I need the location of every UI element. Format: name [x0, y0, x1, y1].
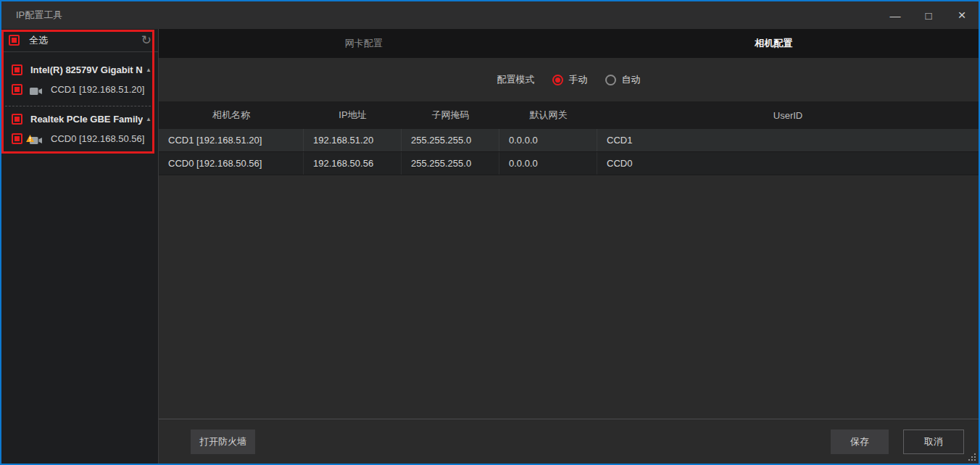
- title-bar[interactable]: IP配置工具 — □ ×: [1, 1, 979, 29]
- close-button[interactable]: ×: [945, 1, 979, 29]
- chevron-up-icon[interactable]: ▲: [146, 116, 151, 122]
- radio-option-manual[interactable]: 手动: [552, 73, 588, 86]
- checkbox-fill: [14, 136, 20, 141]
- camera-row-ccd1[interactable]: CCD1 [192.168.51.20]: [1, 80, 158, 99]
- main-panel: 网卡配置 相机配置 配置模式 手动 自动 相机名称 IP地址 子网掩码 默认网关: [159, 29, 979, 464]
- adapter-row-realtek[interactable]: Realtek PCIe GBE Family ( ▲: [1, 109, 158, 129]
- tab-camera-config[interactable]: 相机配置: [569, 29, 979, 58]
- camera-checkbox-ccd0[interactable]: [12, 133, 22, 144]
- column-header-userid: UserID: [597, 101, 979, 129]
- chevron-up-icon[interactable]: ▲: [146, 67, 151, 73]
- maximize-button[interactable]: □: [912, 1, 945, 29]
- column-header-subnet: 子网掩码: [402, 101, 499, 129]
- window-controls: — □ ×: [879, 1, 979, 29]
- minimize-button[interactable]: —: [879, 1, 912, 29]
- radio-dot: [608, 78, 613, 83]
- column-header-ip: IP地址: [304, 101, 402, 129]
- cell-subnet[interactable]: 255.255.255.0: [402, 129, 499, 151]
- content-spacer: [159, 175, 979, 419]
- table-row-ccd0[interactable]: CCD0 [192.168.50.56] 192.168.50.56 255.2…: [159, 152, 979, 175]
- checkbox-fill: [14, 87, 20, 92]
- select-all-checkbox[interactable]: [9, 35, 20, 46]
- tab-bar: 网卡配置 相机配置: [159, 29, 979, 58]
- group-dashed-divider: [5, 106, 154, 106]
- video-camera-icon: [30, 85, 42, 94]
- select-all-label: 全选: [29, 34, 48, 47]
- cell-userid[interactable]: CCD1: [597, 129, 979, 151]
- video-camera-icon: [30, 135, 42, 143]
- radio-dot: [555, 78, 560, 83]
- refresh-icon[interactable]: ↻: [141, 34, 151, 46]
- adapter-group-intel: Intel(R) 82579V Gigabit N ▲ CCD1 [192.16…: [1, 60, 158, 99]
- config-mode-row: 配置模式 手动 自动: [159, 58, 979, 101]
- radio-auto-icon[interactable]: [605, 75, 616, 85]
- adapter-row-intel[interactable]: Intel(R) 82579V Gigabit N ▲: [1, 60, 158, 80]
- cell-camera-name: CCD0 [192.168.50.56]: [159, 152, 304, 175]
- radio-manual-icon[interactable]: [552, 75, 563, 85]
- window-title: IP配置工具: [16, 9, 62, 22]
- radio-auto-label: 自动: [622, 73, 641, 86]
- checkbox-fill: [14, 67, 20, 72]
- checkbox-fill: [12, 38, 17, 43]
- adapter-name-realtek: Realtek PCIe GBE Family (: [30, 114, 143, 125]
- camera-label-ccd1: CCD1 [192.168.51.20]: [51, 84, 144, 95]
- table-row-ccd1[interactable]: CCD1 [192.168.51.20] 192.168.51.20 255.2…: [159, 129, 979, 152]
- device-sidebar: 全选 ↻ Intel(R) 82579V Gigabit N ▲ CCD1 [1…: [1, 29, 159, 464]
- column-header-gateway: 默认网关: [499, 101, 597, 129]
- radio-manual-label: 手动: [569, 73, 588, 86]
- resize-grip[interactable]: [974, 459, 976, 461]
- table-header: 相机名称 IP地址 子网掩码 默认网关 UserID: [159, 101, 979, 129]
- cell-ip[interactable]: 192.168.50.56: [304, 152, 402, 175]
- adapter-checkbox-intel[interactable]: [12, 64, 22, 75]
- camera-label-ccd0: CCD0 [192.168.50.56]: [51, 133, 144, 144]
- column-header-camera-name: 相机名称: [159, 101, 304, 129]
- cell-ip[interactable]: 192.168.51.20: [304, 129, 402, 151]
- adapter-group-realtek: Realtek PCIe GBE Family ( ▲ CCD0 [192.16…: [1, 109, 158, 148]
- save-button[interactable]: 保存: [831, 430, 889, 454]
- radio-option-auto[interactable]: 自动: [605, 73, 641, 86]
- checkbox-fill: [14, 117, 20, 122]
- open-firewall-button[interactable]: 打开防火墙: [191, 430, 255, 454]
- camera-checkbox-ccd1[interactable]: [12, 84, 22, 95]
- app-window: IP配置工具 — □ × 全选 ↻ Intel(R) 82579V Gigabi…: [0, 0, 980, 465]
- cell-gateway[interactable]: 0.0.0.0: [499, 152, 597, 175]
- adapter-checkbox-realtek[interactable]: [12, 114, 22, 125]
- warning-icon: [26, 132, 34, 145]
- cell-gateway[interactable]: 0.0.0.0: [499, 129, 597, 151]
- cell-userid[interactable]: CCD0: [597, 152, 979, 175]
- select-all-row[interactable]: 全选 ↻: [1, 29, 158, 51]
- camera-row-ccd0[interactable]: CCD0 [192.168.50.56]: [1, 129, 158, 148]
- config-mode-label: 配置模式: [497, 73, 535, 86]
- window-body: 全选 ↻ Intel(R) 82579V Gigabit N ▲ CCD1 [1…: [1, 29, 979, 464]
- cancel-button[interactable]: 取消: [903, 430, 964, 454]
- footer-bar: 打开防火墙 保存 取消: [159, 419, 979, 464]
- sidebar-divider: [1, 51, 158, 52]
- cell-subnet[interactable]: 255.255.255.0: [402, 152, 499, 175]
- adapter-name-intel: Intel(R) 82579V Gigabit N: [30, 64, 143, 75]
- tab-nic-config[interactable]: 网卡配置: [159, 29, 569, 58]
- cell-camera-name: CCD1 [192.168.51.20]: [159, 129, 304, 151]
